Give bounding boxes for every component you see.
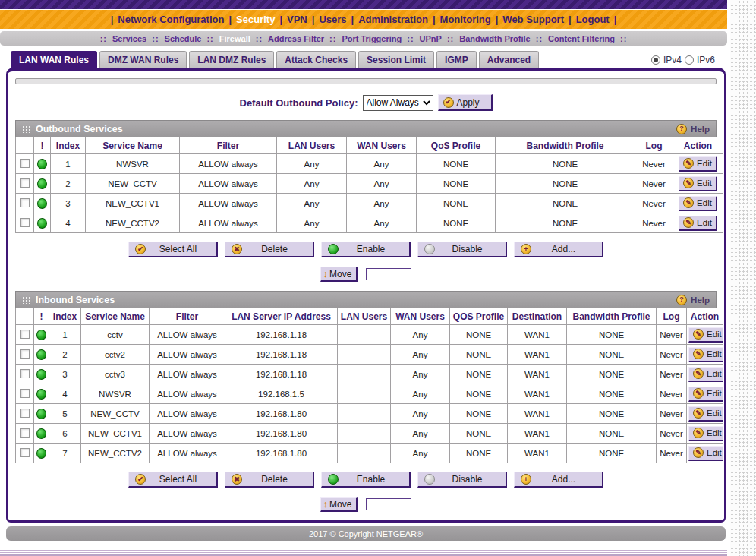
edit-pencil-icon: ✎ — [683, 178, 694, 188]
subnav-item-bandwidth-profile[interactable]: Bandwidth Profile — [455, 34, 534, 43]
row-checkbox[interactable] — [20, 349, 30, 359]
disable-button[interactable]: Disable — [417, 472, 507, 488]
tab-attack-checks[interactable]: Attack Checks — [276, 51, 356, 68]
row-cell: NONE — [567, 365, 657, 384]
tab-session-limit[interactable]: Session Limit — [358, 51, 434, 68]
delete-button[interactable]: ✖Delete — [225, 472, 314, 488]
row-cell: 192.168.1.80 — [225, 404, 338, 424]
status-strip — [15, 78, 717, 84]
edit-button[interactable]: ✎Edit — [688, 406, 723, 422]
tab-advanced[interactable]: Advanced — [479, 51, 539, 68]
row-checkbox[interactable] — [20, 428, 30, 438]
tab-dmz-wan-rules[interactable]: DMZ WAN Rules — [99, 51, 187, 68]
disable-button-label: Disable — [435, 244, 499, 254]
move-position-input[interactable] — [366, 268, 411, 280]
ipv4-radio[interactable] — [651, 55, 660, 65]
nav-item-administration[interactable]: Administration — [354, 14, 433, 25]
row-cell: WAN1 — [508, 345, 567, 365]
enable-button[interactable]: Enable — [321, 472, 411, 488]
move-button[interactable]: ↕ Move — [320, 497, 358, 512]
edit-button[interactable]: ✎Edit — [679, 176, 717, 191]
row-cell: 4 — [51, 213, 86, 233]
subnav-item-services[interactable]: Services — [109, 34, 150, 43]
row-checkbox[interactable] — [20, 448, 30, 457]
subnav-item-address-filter[interactable]: Address Filter — [264, 34, 328, 43]
tab-igmp[interactable]: IGMP — [436, 51, 477, 68]
select-all-button-label: Select All — [146, 244, 210, 254]
row-status-cell — [34, 325, 49, 345]
subnav-item-content-filtering[interactable]: Content Filtering — [544, 34, 619, 43]
nav-item-web-support[interactable]: Web Support — [498, 14, 569, 25]
row-cell: NONE — [567, 444, 657, 463]
move-button[interactable]: ↕ Move — [320, 267, 358, 282]
move-position-input[interactable] — [366, 498, 411, 510]
subnav-item-port-triggering[interactable]: Port Triggering — [338, 34, 405, 43]
row-cell: Never — [657, 384, 687, 404]
row-checkbox[interactable] — [20, 409, 30, 418]
edit-button[interactable]: ✎Edit — [679, 216, 717, 231]
edit-button[interactable]: ✎Edit — [688, 327, 723, 343]
disable-button[interactable]: Disable — [417, 242, 507, 257]
delete-button[interactable]: ✖Delete — [225, 242, 314, 257]
ipv6-label: IPv6 — [697, 55, 715, 65]
router-admin-page: |Network Configuration|Security|VPN|User… — [0, 0, 727, 556]
row-cell: NONE — [567, 384, 657, 404]
column-header-: ! — [34, 137, 51, 154]
tab-lan-dmz-rules[interactable]: LAN DMZ Rules — [189, 51, 274, 68]
nav-item-network-configuration[interactable]: Network Configuration — [113, 14, 228, 25]
edit-button[interactable]: ✎Edit — [688, 387, 723, 402]
edit-button[interactable]: ✎Edit — [679, 156, 717, 172]
nav-item-users[interactable]: Users — [314, 14, 351, 25]
outbound-policy-select[interactable]: Allow Always — [363, 95, 433, 111]
nav-item-security[interactable]: Security — [232, 14, 279, 25]
row-cell: Any — [391, 384, 450, 404]
row-cell: NONE — [450, 365, 508, 384]
subnav-item-upnp[interactable]: UPnP — [416, 34, 446, 43]
move-updown-icon: ↕ — [323, 268, 329, 280]
row-cell: WAN1 — [508, 404, 567, 424]
nav-item-vpn[interactable]: VPN — [282, 14, 312, 25]
add-button[interactable]: +Add... — [514, 472, 603, 488]
row-cell: ALLOW always — [150, 345, 225, 365]
footer-bar: 2017 © Copyright NETGEAR® — [6, 526, 726, 541]
row-cell: 192.168.1.80 — [225, 424, 338, 444]
subnav-item-schedule[interactable]: Schedule — [161, 34, 206, 43]
row-checkbox[interactable] — [20, 159, 30, 168]
row-checkbox[interactable] — [20, 330, 30, 339]
inbound-help-link[interactable]: ? Help — [676, 295, 710, 305]
select-all-button[interactable]: ✔Select All — [128, 242, 218, 257]
nav-separator: | — [614, 14, 617, 25]
row-cell: NONE — [450, 325, 508, 345]
column-header-lan-users: LAN Users — [338, 308, 391, 325]
row-cell: NONE — [496, 154, 635, 174]
edit-button[interactable]: ✎Edit — [688, 446, 723, 461]
row-cell: NONE — [450, 404, 508, 424]
edit-button[interactable]: ✎Edit — [679, 196, 717, 211]
tab-lan-wan-rules[interactable]: LAN WAN Rules — [11, 51, 97, 68]
row-action-cell: ✎Edit — [687, 365, 723, 384]
add-button[interactable]: +Add... — [514, 242, 603, 257]
enable-green-dot-icon — [328, 474, 339, 485]
outbound-help-link[interactable]: ? Help — [676, 124, 710, 134]
nav-item-logout[interactable]: Logout — [572, 14, 614, 25]
nav-item-monitoring[interactable]: Monitoring — [436, 14, 496, 25]
edit-button-label: Edit — [697, 178, 712, 188]
row-checkbox[interactable] — [20, 218, 30, 227]
enable-button[interactable]: Enable — [321, 242, 411, 257]
row-checkbox[interactable] — [20, 198, 30, 207]
row-checkbox[interactable] — [20, 369, 30, 378]
edit-button[interactable]: ✎Edit — [688, 367, 723, 382]
row-cell: 2 — [51, 174, 86, 194]
row-checkbox[interactable] — [20, 178, 30, 188]
row-action-cell: ✎Edit — [673, 154, 723, 174]
row-checkbox-cell — [16, 213, 34, 233]
row-checkbox[interactable] — [20, 389, 30, 398]
ipv6-radio[interactable] — [685, 55, 694, 65]
delete-cross-icon: ✖ — [232, 244, 242, 254]
disable-gray-dot-icon — [424, 244, 435, 254]
edit-button[interactable]: ✎Edit — [688, 426, 723, 441]
subnav-item-firewall[interactable]: Firewall — [216, 34, 254, 43]
apply-button[interactable]: ✔ Apply — [438, 94, 493, 111]
edit-button[interactable]: ✎Edit — [688, 347, 723, 362]
select-all-button[interactable]: ✔Select All — [128, 472, 218, 488]
